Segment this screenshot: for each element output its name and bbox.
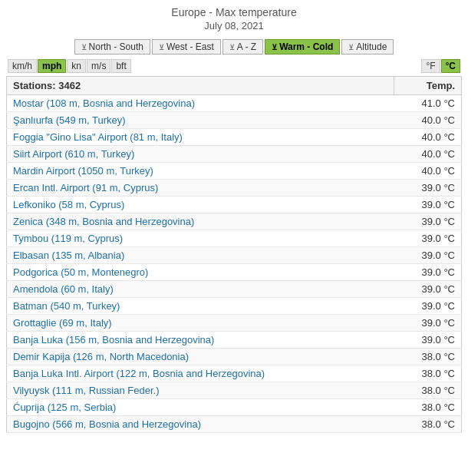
temp-value: 39.0 °C	[394, 264, 462, 281]
temp-value: 39.0 °C	[394, 230, 462, 247]
nav-tabs: ⊻North - South⊻West - East⊻A - Z⊻Warm - …	[0, 39, 468, 55]
header-temp: Temp.	[394, 77, 462, 95]
temp-value: 39.0 °C	[394, 247, 462, 264]
station-name[interactable]: Podgorica (50 m, Montenegro)	[7, 264, 394, 281]
station-name[interactable]: Ercan Intl. Airport (91 m, Cyprus)	[7, 180, 394, 197]
station-name[interactable]: Grottaglie (69 m, Italy)	[7, 315, 394, 332]
nav-tab-a-z[interactable]: ⊻A - Z	[222, 39, 263, 55]
station-name[interactable]: Elbasan (135 m, Albania)	[7, 247, 394, 264]
station-name[interactable]: Tymbou (119 m, Cyprus)	[7, 230, 394, 247]
nav-tab-north-south[interactable]: ⊻North - South	[74, 39, 150, 55]
stations-table: Stations: 3462 Temp. Mostar (108 m, Bosn…	[6, 76, 462, 433]
temp-value: 40.0 °C	[394, 146, 462, 163]
table-container: Stations: 3462 Temp. Mostar (108 m, Bosn…	[0, 76, 468, 433]
table-row: Şanlıurfa (549 m, Turkey)40.0 °C	[7, 112, 462, 129]
temp-value: 40.0 °C	[394, 129, 462, 146]
table-row: Demir Kapija (126 m, North Macedonia)38.…	[7, 349, 462, 365]
station-name[interactable]: Mostar (108 m, Bosnia and Herzegovina)	[7, 95, 394, 112]
tab-arrow-icon: ⊻	[348, 43, 354, 51]
table-row: Zenica (348 m, Bosnia and Herzegovina)39…	[7, 213, 462, 230]
temp-value: 40.0 °C	[394, 112, 462, 129]
table-row: Bugojno (566 m, Bosnia and Herzegovina)3…	[7, 416, 462, 433]
table-row: Banja Luka (156 m, Bosnia and Herzegovin…	[7, 332, 462, 349]
table-row: Ćuprija (125 m, Serbia)38.0 °C	[7, 399, 462, 416]
tab-label: West - East	[166, 41, 214, 52]
tab-arrow-icon: ⊻	[159, 43, 164, 51]
nav-tab-warm-cold[interactable]: ⊻Warm - Cold	[265, 39, 340, 55]
station-name[interactable]: Lefkoniko (58 m, Cyprus)	[7, 197, 394, 213]
table-row: Tymbou (119 m, Cyprus)39.0 °C	[7, 230, 462, 247]
speed-unit-km/h[interactable]: km/h	[8, 59, 37, 73]
temp-value: 41.0 °C	[394, 95, 462, 112]
station-name[interactable]: Ćuprija (125 m, Serbia)	[7, 399, 394, 416]
station-name[interactable]: Zenica (348 m, Bosnia and Herzegovina)	[7, 213, 394, 230]
table-row: Banja Luka Intl. Airport (122 m, Bosnia …	[7, 365, 462, 382]
speed-unit-bft[interactable]: bft	[111, 59, 130, 73]
temp-value: 39.0 °C	[394, 180, 462, 197]
header-section: Europe - Max temperature July 08, 2021	[0, 0, 468, 39]
speed-units: km/hmphknm/sbft	[8, 59, 131, 73]
station-name[interactable]: Mardin Airport (1050 m, Turkey)	[7, 163, 394, 180]
table-row: Foggia "Gino Lisa" Airport (81 m, Italy)…	[7, 129, 462, 146]
table-row: Mostar (108 m, Bosnia and Herzegovina)41…	[7, 95, 462, 112]
station-name[interactable]: Batman (540 m, Turkey)	[7, 298, 394, 315]
nav-tab-altitude[interactable]: ⊻Altitude	[341, 39, 394, 55]
temp-value: 38.0 °C	[394, 349, 462, 365]
temp-value: 39.0 °C	[394, 281, 462, 298]
temp-value: 39.0 °C	[394, 197, 462, 213]
tab-label: North - South	[89, 41, 143, 52]
station-name[interactable]: Demir Kapija (126 m, North Macedonia)	[7, 349, 394, 365]
page-date: July 08, 2021	[0, 20, 468, 31]
temp-unit-f[interactable]: °F	[421, 59, 440, 73]
temp-value: 39.0 °C	[394, 315, 462, 332]
table-row: Batman (540 m, Turkey)39.0 °C	[7, 298, 462, 315]
tab-arrow-icon: ⊻	[229, 43, 235, 51]
table-row: Vilyuysk (111 m, Russian Feder.)38.0 °C	[7, 382, 462, 399]
station-name[interactable]: Siirt Airport (610 m, Turkey)	[7, 146, 394, 163]
station-name[interactable]: Banja Luka (156 m, Bosnia and Herzegovin…	[7, 332, 394, 349]
table-row: Ercan Intl. Airport (91 m, Cyprus)39.0 °…	[7, 180, 462, 197]
temp-units: °F°C	[421, 59, 460, 73]
station-name[interactable]: Bugojno (566 m, Bosnia and Herzegovina)	[7, 416, 394, 433]
tab-label: A - Z	[237, 41, 256, 52]
speed-unit-kn[interactable]: kn	[67, 59, 86, 73]
unit-row: km/hmphknm/sbft °F°C	[0, 58, 468, 76]
speed-unit-m/s[interactable]: m/s	[87, 59, 110, 73]
table-row: Elbasan (135 m, Albania)39.0 °C	[7, 247, 462, 264]
station-name[interactable]: Şanlıurfa (549 m, Turkey)	[7, 112, 394, 129]
nav-tab-west-east[interactable]: ⊻West - East	[152, 39, 221, 55]
tab-arrow-icon: ⊻	[272, 43, 277, 51]
station-name[interactable]: Banja Luka Intl. Airport (122 m, Bosnia …	[7, 365, 394, 382]
temp-value: 39.0 °C	[394, 298, 462, 315]
tab-label: Warm - Cold	[279, 41, 333, 52]
temp-unit-c[interactable]: °C	[441, 59, 460, 73]
header-station: Stations: 3462	[7, 77, 394, 95]
temp-value: 38.0 °C	[394, 382, 462, 399]
table-row: Mardin Airport (1050 m, Turkey)40.0 °C	[7, 163, 462, 180]
temp-value: 38.0 °C	[394, 399, 462, 416]
station-name[interactable]: Foggia "Gino Lisa" Airport (81 m, Italy)	[7, 129, 394, 146]
tab-label: Altitude	[356, 41, 387, 52]
table-row: Grottaglie (69 m, Italy)39.0 °C	[7, 315, 462, 332]
temp-value: 39.0 °C	[394, 332, 462, 349]
station-name[interactable]: Amendola (60 m, Italy)	[7, 281, 394, 298]
temp-value: 38.0 °C	[394, 365, 462, 382]
page-title: Europe - Max temperature	[0, 6, 468, 18]
station-name[interactable]: Vilyuysk (111 m, Russian Feder.)	[7, 382, 394, 399]
temp-value: 39.0 °C	[394, 213, 462, 230]
table-row: Amendola (60 m, Italy)39.0 °C	[7, 281, 462, 298]
table-row: Siirt Airport (610 m, Turkey)40.0 °C	[7, 146, 462, 163]
table-row: Lefkoniko (58 m, Cyprus)39.0 °C	[7, 197, 462, 213]
temp-value: 38.0 °C	[394, 416, 462, 433]
temp-value: 40.0 °C	[394, 163, 462, 180]
speed-unit-mph[interactable]: mph	[38, 59, 66, 73]
table-row: Podgorica (50 m, Montenegro)39.0 °C	[7, 264, 462, 281]
tab-arrow-icon: ⊻	[81, 43, 87, 51]
